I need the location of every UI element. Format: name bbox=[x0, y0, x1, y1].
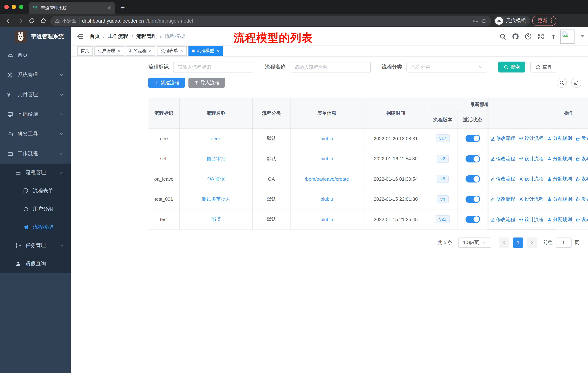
reset-button[interactable]: 重置 bbox=[530, 61, 557, 72]
design-process-link[interactable]: 设计流程 bbox=[519, 135, 544, 142]
goto-page-input[interactable] bbox=[556, 238, 572, 248]
edit-process-link[interactable]: 修改流程 bbox=[490, 156, 515, 162]
minimize-window-button[interactable] bbox=[12, 5, 16, 9]
process-name-link[interactable]: 测试多审批人 bbox=[202, 196, 230, 202]
forward-button[interactable] bbox=[15, 16, 25, 26]
sidebar-item-process-model[interactable]: 流程模型 bbox=[0, 218, 71, 236]
publish-process-link[interactable]: 发布流程 bbox=[576, 156, 588, 162]
browser-menu-icon[interactable] bbox=[551, 18, 552, 23]
edit-process-link[interactable]: 修改流程 bbox=[490, 196, 515, 202]
sidebar-item-workflow[interactable]: 工作流程 bbox=[0, 144, 71, 163]
close-icon[interactable]: ✕ bbox=[117, 48, 121, 53]
breadcrumb-process-management[interactable]: 流程管理 bbox=[136, 33, 157, 40]
search-button[interactable]: 搜索 bbox=[498, 61, 525, 72]
avatar[interactable] bbox=[560, 29, 575, 43]
form-info-link[interactable]: /bpm/oa/leave/create bbox=[305, 176, 349, 182]
publish-process-link[interactable]: 发布流程 bbox=[576, 196, 588, 202]
assign-rule-link[interactable]: 分配规则 bbox=[547, 176, 572, 182]
breadcrumb-workflow[interactable]: 工作流程 bbox=[108, 33, 128, 40]
prev-page-button[interactable] bbox=[499, 238, 509, 248]
browser-tab[interactable]: 芋道管理系统 ✕ bbox=[29, 2, 115, 14]
process-name-link[interactable]: eeee bbox=[211, 136, 221, 141]
publish-process-link[interactable]: 发布流程 bbox=[576, 135, 588, 142]
sidebar-item-system[interactable]: 系统管理 bbox=[0, 65, 71, 85]
tag-tenant[interactable]: 租户管理✕ bbox=[94, 46, 124, 56]
assign-rule-link[interactable]: 分配规则 bbox=[547, 196, 572, 202]
fullscreen-icon[interactable] bbox=[537, 33, 544, 40]
page-size-select[interactable]: 10条/页 bbox=[458, 238, 491, 248]
tab-close-icon[interactable]: ✕ bbox=[107, 5, 112, 11]
gear-icon bbox=[519, 197, 524, 202]
sidebar-item-payment[interactable]: ¥ 支付管理 bbox=[0, 85, 71, 105]
assign-rule-link[interactable]: 分配规则 bbox=[547, 135, 572, 142]
pagination-total: 共 5 条 bbox=[438, 239, 452, 246]
design-process-link[interactable]: 设计流程 bbox=[519, 176, 544, 182]
sidebar-item-infrastructure[interactable]: 基础设施 bbox=[0, 105, 71, 124]
tag-my-process[interactable]: 我的流程✕ bbox=[126, 46, 155, 56]
sidebar-item-process-management[interactable]: 流程管理 bbox=[0, 163, 71, 182]
create-process-button[interactable]: 新建流程 bbox=[148, 78, 185, 88]
sidebar-item-user-group[interactable]: 用户分组 bbox=[0, 200, 71, 218]
help-icon[interactable] bbox=[525, 33, 532, 40]
sidebar-item-task-management[interactable]: 任务管理 bbox=[0, 236, 71, 255]
search-icon[interactable] bbox=[499, 33, 506, 40]
sidebar-item-leave-query[interactable]: 请假查询 bbox=[0, 255, 71, 273]
address-bar[interactable]: 不安全 dashboard.yudao.iocoder.cn/bpm/manag… bbox=[50, 16, 491, 26]
form-info-link[interactable]: biubiu bbox=[320, 197, 333, 202]
edit-process-link[interactable]: 修改流程 bbox=[490, 216, 515, 223]
design-process-link[interactable]: 设计流程 bbox=[519, 196, 544, 202]
password-key-icon[interactable] bbox=[472, 18, 478, 24]
publish-process-link[interactable]: 发布流程 bbox=[576, 176, 588, 182]
design-process-link[interactable]: 设计流程 bbox=[519, 156, 544, 162]
process-category-select[interactable]: 流程分类 bbox=[407, 61, 487, 72]
process-name-link[interactable]: 自己审批 bbox=[207, 156, 225, 161]
close-icon[interactable]: ✕ bbox=[180, 48, 183, 53]
assign-rule-link[interactable]: 分配规则 bbox=[547, 216, 572, 223]
active-toggle[interactable] bbox=[465, 175, 480, 183]
tag-process-model[interactable]: 流程模型✕ bbox=[189, 46, 223, 56]
back-button[interactable] bbox=[4, 16, 13, 26]
design-process-link[interactable]: 设计流程 bbox=[519, 216, 544, 223]
sidebar-item-devtools[interactable]: 研发工具 bbox=[0, 124, 71, 144]
search-icon bbox=[504, 65, 509, 69]
browser-update-button[interactable]: 更新 bbox=[532, 16, 556, 26]
form-info-link[interactable]: biubiu bbox=[320, 217, 333, 222]
new-tab-button[interactable]: + bbox=[118, 3, 128, 13]
tag-home[interactable]: 首页 bbox=[77, 46, 93, 56]
import-process-button[interactable]: 导入流程 bbox=[189, 78, 225, 88]
close-window-button[interactable] bbox=[4, 5, 9, 9]
active-toggle[interactable] bbox=[465, 135, 480, 142]
next-page-button[interactable] bbox=[527, 238, 537, 248]
process-id-input[interactable] bbox=[173, 61, 254, 72]
assign-rule-link[interactable]: 分配规则 bbox=[547, 156, 572, 162]
process-name-input[interactable] bbox=[290, 61, 371, 72]
breadcrumb-home[interactable]: 首页 bbox=[90, 33, 100, 40]
bookmark-star-icon[interactable] bbox=[481, 18, 487, 24]
sidebar-collapse-icon[interactable] bbox=[76, 32, 84, 40]
github-icon[interactable] bbox=[512, 33, 519, 40]
sidebar-item-process-form[interactable]: 流程表单 bbox=[0, 182, 71, 200]
active-toggle[interactable] bbox=[465, 155, 480, 162]
process-name-link[interactable]: 滔博 bbox=[211, 217, 221, 222]
tag-process-form[interactable]: 流程表单✕ bbox=[157, 46, 187, 56]
form-info-link[interactable]: biubiu bbox=[320, 136, 333, 141]
edit-process-link[interactable]: 修改流程 bbox=[490, 135, 515, 142]
sidebar-logo[interactable]: 芋道管理系统 bbox=[0, 27, 71, 46]
active-toggle[interactable] bbox=[465, 196, 480, 203]
zoom-window-button[interactable] bbox=[19, 5, 23, 9]
refresh-table-button[interactable] bbox=[571, 78, 581, 88]
process-name-link[interactable]: OA 请假 bbox=[207, 176, 225, 181]
show-search-button[interactable] bbox=[557, 78, 567, 88]
edit-process-link[interactable]: 修改流程 bbox=[490, 176, 515, 182]
reload-button[interactable] bbox=[27, 16, 36, 26]
publish-process-link[interactable]: 发布流程 bbox=[576, 216, 588, 223]
close-icon[interactable]: ✕ bbox=[148, 48, 152, 53]
form-info-link[interactable]: biubiu bbox=[320, 156, 333, 161]
active-toggle[interactable] bbox=[465, 216, 480, 223]
home-button[interactable] bbox=[39, 16, 48, 26]
font-size-icon[interactable]: TT bbox=[550, 33, 555, 40]
sidebar-item-home[interactable]: 首页 bbox=[0, 46, 71, 65]
page-number-1[interactable]: 1 bbox=[513, 238, 523, 248]
avatar-caret-down-icon[interactable] bbox=[581, 35, 584, 38]
close-icon[interactable]: ✕ bbox=[216, 48, 220, 53]
